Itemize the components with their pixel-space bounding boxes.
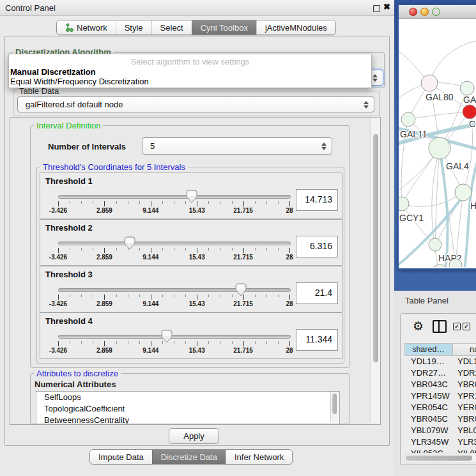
table-cell[interactable]: YDL19… <box>411 356 451 367</box>
slider-tick <box>232 248 233 250</box>
slider-tick <box>139 201 140 204</box>
network-node[interactable] <box>399 197 409 211</box>
slider-tick <box>81 341 82 344</box>
slider-thumb[interactable] <box>235 283 247 297</box>
network-node[interactable] <box>460 81 474 95</box>
slider-tick-label: 21.715 <box>233 300 253 307</box>
slider-track[interactable] <box>58 195 291 199</box>
table-cell[interactable]: YBR045C <box>411 413 451 425</box>
slider-tick <box>58 295 59 300</box>
split-view-icon[interactable] <box>433 320 447 333</box>
tab-network[interactable]: Network <box>57 20 116 35</box>
network-edge[interactable] <box>408 112 470 119</box>
table-cell[interactable]: YIL05 <box>457 448 476 453</box>
scrollbar-thumb[interactable] <box>406 456 472 461</box>
float-window-icon[interactable] <box>373 5 380 12</box>
close-icon[interactable]: ✖ <box>383 2 390 12</box>
tab-select[interactable]: Select <box>151 20 192 35</box>
threshold-value-field[interactable]: 21.4 <box>296 282 338 304</box>
slider-tick <box>243 341 244 346</box>
network-edge-highlighted[interactable] <box>441 157 448 267</box>
slider-tick <box>174 201 174 204</box>
tab-cyni-toolbox[interactable]: Cyni Toolbox <box>192 20 256 35</box>
threshold-value-field[interactable]: 6.316 <box>296 236 338 257</box>
network-edge[interactable] <box>402 192 463 206</box>
table-cell[interactable]: YPR14 <box>457 390 476 402</box>
num-intervals-combobox[interactable]: 5 <box>142 137 332 155</box>
slider-tick <box>174 295 174 297</box>
horizontal-scrollbar[interactable] <box>404 454 476 463</box>
table-cell[interactable]: YBL07 <box>457 425 476 436</box>
checkbox-icon[interactable]: ✓ <box>463 323 470 330</box>
table-cell[interactable]: YIL052C <box>411 448 451 453</box>
network-window-titlebar[interactable] <box>399 5 476 19</box>
slider-tick-label: 28 <box>286 254 293 261</box>
slider-tick <box>197 295 197 300</box>
slider-thumb[interactable] <box>161 330 173 344</box>
algorithm-option[interactable]: Equal Width/Frequency Discretization <box>9 77 371 86</box>
scrollbar-thumb[interactable] <box>373 134 378 362</box>
slider-track[interactable] <box>58 242 291 245</box>
table-cell[interactable]: YER05 <box>457 402 476 413</box>
threshold-value-field[interactable]: 11.344 <box>296 329 338 351</box>
vertical-scrollbar[interactable] <box>371 118 380 423</box>
column-header[interactable]: shared… <box>404 343 452 356</box>
table-cell[interactable]: YDL19 <box>457 356 476 367</box>
network-node[interactable] <box>421 75 438 91</box>
slider-tick-label: 9.144 <box>142 300 158 307</box>
tab-label: Impute Data <box>98 452 144 462</box>
tab-style[interactable]: Style <box>116 20 151 35</box>
network-node[interactable] <box>455 184 472 201</box>
maximize-traffic-light-icon[interactable] <box>432 8 440 16</box>
table-data-combobox[interactable]: galFiltered.sif default node <box>17 96 374 112</box>
table-cell[interactable]: YDR27 <box>457 367 476 379</box>
network-node[interactable] <box>429 238 441 251</box>
slider-tick <box>104 248 105 253</box>
network-node[interactable] <box>429 137 450 159</box>
tab-jactivemnodules[interactable]: jActiveMNodules <box>256 20 335 35</box>
tab-label: Discretize Data <box>161 452 217 462</box>
slider-track[interactable] <box>58 288 291 292</box>
network-edge[interactable] <box>402 204 435 245</box>
network-view-window[interactable]: GAL80GACGAL11GAL4GCY1HHAP2 <box>397 4 476 270</box>
slider-thumb[interactable] <box>186 190 197 204</box>
close-traffic-light-icon[interactable] <box>409 8 417 16</box>
attribute-list-item[interactable]: TopologicalCoefficient <box>36 403 339 415</box>
column-header[interactable]: na <box>452 343 476 356</box>
slider-tick <box>128 295 128 297</box>
table-cell[interactable]: YPR145W <box>411 390 451 402</box>
network-edge-highlighted[interactable] <box>464 157 476 267</box>
network-canvas[interactable]: GAL80GACGAL11GAL4GCY1HHAP2 <box>399 19 476 267</box>
table-cell[interactable]: YER054C <box>411 402 451 413</box>
table-cell[interactable]: YDR27… <box>411 367 451 379</box>
checkbox-icon[interactable]: ✓ <box>453 323 461 330</box>
network-node[interactable] <box>401 112 415 127</box>
top-tab-bar: NetworkStyleSelectCyni ToolboxjActiveMNo… <box>56 20 336 35</box>
table-cell[interactable]: YBR043C <box>411 379 451 390</box>
scrollbar-thumb[interactable] <box>332 394 337 414</box>
attribute-list-item[interactable]: SelfLoops <box>36 392 339 403</box>
network-edge[interactable] <box>429 40 476 83</box>
apply-button[interactable]: Apply <box>169 428 219 444</box>
bottom-tab-impute-data[interactable]: Impute Data <box>90 450 152 464</box>
table-cell[interactable]: YLR345W <box>411 436 451 448</box>
attributes-scrollbar[interactable] <box>330 392 339 422</box>
algorithm-option[interactable]: Manual Discretization <box>9 67 371 77</box>
slider-track[interactable] <box>58 335 291 339</box>
threshold-value-field[interactable]: 14.713 <box>296 189 338 211</box>
table-cell[interactable]: YBR04 <box>457 413 476 425</box>
slider-tick <box>93 341 93 344</box>
table-cell[interactable]: YBL079W <box>411 425 451 436</box>
slider-thumb[interactable] <box>124 236 135 250</box>
minimize-traffic-light-icon[interactable] <box>420 8 429 16</box>
slider-tick-label: 15.43 <box>189 254 205 261</box>
bottom-tab-discretize-data[interactable]: Discretize Data <box>152 450 226 464</box>
table-cell[interactable]: YLR34 <box>457 436 476 448</box>
stepper-arrows-icon <box>321 142 326 150</box>
gear-icon[interactable]: ⚙ <box>413 319 424 334</box>
bottom-tab-infer-network[interactable]: Infer Network <box>226 450 292 464</box>
table-cell[interactable]: YBR04 <box>457 379 476 390</box>
application-root: Control Panel ✖ NetworkStyleSelectCyni T… <box>0 0 476 476</box>
network-node[interactable] <box>463 105 476 119</box>
attribute-list-item[interactable]: BetweennessCentrality <box>36 415 339 424</box>
